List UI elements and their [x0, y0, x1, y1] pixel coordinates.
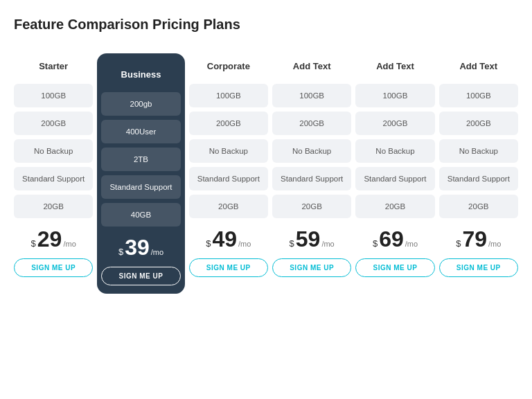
signup-btn-add-text-3[interactable]: SIGN ME UP: [439, 258, 518, 277]
price-row-add-text-2: $69/mo: [373, 228, 418, 250]
price-row-add-text-1: $59/mo: [290, 228, 335, 250]
price-amount-business: 39: [125, 236, 150, 258]
plan-name-starter: Starter: [39, 53, 68, 78]
feature-cell-add-text-3-0: 100GB: [439, 84, 518, 107]
feature-cell-add-text-1-0: 100GB: [272, 84, 351, 107]
feature-cell-starter-3: Standard Support: [14, 167, 93, 190]
price-amount-corporate: 49: [212, 228, 237, 250]
plan-name-add-text-1: Add Text: [293, 53, 331, 78]
feature-cell-add-text-2-0: 100GB: [355, 84, 434, 107]
price-mo-add-text-1: /mo: [321, 240, 334, 248]
price-row-corporate: $49/mo: [206, 228, 251, 250]
feature-cell-corporate-0: 100GB: [189, 84, 268, 107]
plan-col-business: Business200gb400User2TBStandard Support4…: [97, 53, 184, 294]
plan-col-add-text-2: Add Text100GB200GBNo BackupStandard Supp…: [355, 53, 434, 277]
feature-cell-corporate-3: Standard Support: [189, 167, 268, 190]
price-row-starter: $29/mo: [31, 228, 76, 250]
feature-cell-add-text-2-2: No Backup: [355, 139, 434, 163]
feature-cell-add-text-2-1: 200GB: [355, 112, 434, 135]
feature-cell-corporate-2: No Backup: [189, 139, 268, 163]
price-mo-add-text-3: /mo: [488, 240, 501, 248]
feature-cell-business-2: 2TB: [101, 148, 180, 171]
plan-col-corporate: Corporate100GB200GBNo BackupStandard Sup…: [189, 53, 268, 277]
feature-cell-starter-0: 100GB: [14, 84, 93, 107]
signup-btn-add-text-1[interactable]: SIGN ME UP: [272, 258, 351, 277]
plan-col-add-text-1: Add Text100GB200GBNo BackupStandard Supp…: [272, 53, 351, 277]
plan-name-corporate: Corporate: [207, 53, 250, 78]
feature-cell-business-3: Standard Support: [101, 175, 180, 199]
price-amount-starter: 29: [37, 228, 62, 250]
feature-cell-business-4: 40GB: [101, 203, 180, 227]
feature-cell-starter-2: No Backup: [14, 139, 93, 163]
price-dollar-business: $: [118, 247, 123, 257]
feature-cell-add-text-1-3: Standard Support: [272, 167, 351, 190]
price-row-add-text-3: $79/mo: [456, 228, 501, 250]
price-mo-corporate: /mo: [238, 240, 251, 248]
price-dollar-add-text-2: $: [373, 238, 378, 249]
price-mo-starter: /mo: [63, 240, 76, 248]
feature-cell-add-text-1-1: 200GB: [272, 112, 351, 135]
signup-btn-starter[interactable]: SIGN ME UP: [14, 258, 93, 277]
plan-col-add-text-3: Add Text100GB200GBNo BackupStandard Supp…: [439, 53, 518, 277]
price-dollar-corporate: $: [206, 238, 211, 249]
plan-name-business: Business: [121, 62, 161, 87]
feature-cell-add-text-3-1: 200GB: [439, 112, 518, 135]
plan-name-add-text-3: Add Text: [459, 53, 497, 78]
price-mo-business: /mo: [151, 248, 163, 256]
price-amount-add-text-2: 69: [379, 228, 404, 250]
feature-cell-add-text-1-2: No Backup: [272, 139, 351, 163]
price-mo-add-text-2: /mo: [405, 240, 418, 248]
feature-cell-add-text-3-2: No Backup: [439, 139, 518, 163]
feature-cell-add-text-2-4: 20GB: [355, 195, 434, 218]
feature-cell-add-text-2-3: Standard Support: [355, 167, 434, 190]
feature-cell-business-1: 400User: [101, 120, 180, 143]
price-row-business: $39/mo: [118, 236, 163, 258]
price-dollar-add-text-1: $: [290, 238, 294, 249]
price-amount-add-text-1: 59: [296, 228, 321, 250]
feature-cell-business-0: 200gb: [101, 92, 180, 116]
feature-cell-starter-1: 200GB: [14, 112, 93, 135]
signup-btn-business[interactable]: SIGN ME UP: [101, 267, 180, 285]
price-dollar-starter: $: [31, 238, 36, 249]
price-amount-add-text-3: 79: [462, 228, 487, 250]
signup-btn-add-text-2[interactable]: SIGN ME UP: [355, 258, 434, 277]
price-dollar-add-text-3: $: [456, 238, 461, 249]
signup-btn-corporate[interactable]: SIGN ME UP: [189, 258, 268, 277]
feature-cell-starter-4: 20GB: [14, 195, 93, 218]
feature-cell-add-text-3-3: Standard Support: [439, 167, 518, 190]
feature-cell-add-text-3-4: 20GB: [439, 195, 518, 218]
feature-cell-corporate-4: 20GB: [189, 195, 268, 218]
feature-cell-corporate-1: 200GB: [189, 112, 268, 135]
pricing-table: Starter100GB200GBNo BackupStandard Suppo…: [14, 53, 518, 294]
page-title: Feature Comparison Pricing Plans: [14, 17, 518, 33]
feature-cell-add-text-1-4: 20GB: [272, 195, 351, 218]
plan-name-add-text-2: Add Text: [376, 53, 414, 78]
plan-col-starter: Starter100GB200GBNo BackupStandard Suppo…: [14, 53, 93, 277]
